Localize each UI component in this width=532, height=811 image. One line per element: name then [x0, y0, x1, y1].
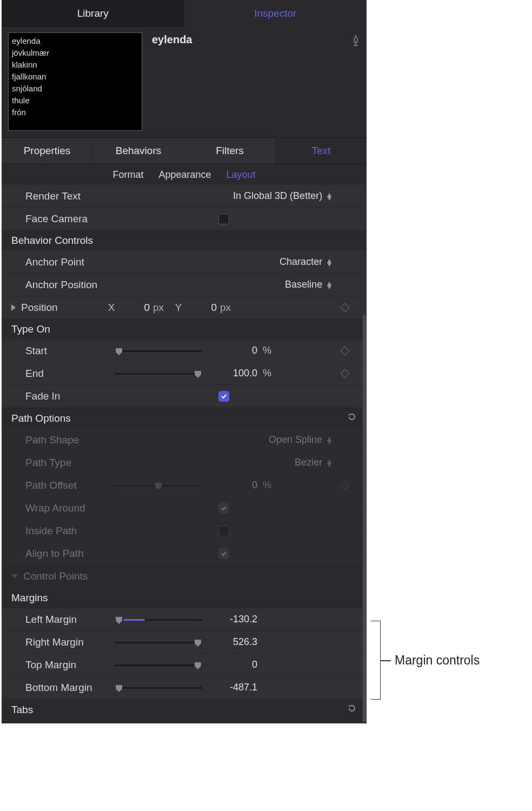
fade-in-checkbox[interactable] — [218, 391, 229, 402]
row-fade-in: Fade In — [2, 385, 367, 408]
position-x-unit: px — [150, 302, 169, 314]
row-anchor-position: Anchor Position Baseline ▲▼ — [2, 274, 367, 296]
anchor-point-value: Character — [280, 256, 322, 268]
end-slider[interactable] — [115, 368, 202, 379]
keyframe-icon[interactable] — [341, 346, 350, 355]
stepper-icon: ▲▼ — [325, 259, 333, 265]
stepper-icon: ▲▼ — [325, 460, 333, 466]
preview-line: frón — [12, 107, 138, 118]
row-path-type: Path Type Bezier ▲▼ — [2, 451, 367, 474]
top-tabs: Library Inspector — [2, 0, 367, 27]
preview-line: snjóland — [12, 83, 138, 95]
left-margin-slider[interactable] — [115, 614, 202, 625]
path-type-dropdown[interactable]: Bezier ▲▼ — [295, 457, 333, 468]
behavior-controls-header: Behavior Controls — [2, 230, 367, 251]
reset-icon[interactable] — [347, 412, 357, 424]
preview-line: fjallkonan — [12, 71, 138, 83]
type-on-title: Type On — [11, 323, 50, 335]
path-shape-value: Open Spline — [269, 434, 322, 446]
scrollbar[interactable] — [362, 315, 367, 722]
row-align-to-path: Align to Path — [2, 542, 367, 565]
top-margin-label: Top Margin — [25, 659, 115, 671]
reset-icon[interactable] — [347, 703, 357, 716]
path-shape-label: Path Shape — [25, 434, 115, 446]
position-y-label: Y — [169, 302, 188, 314]
fade-in-label: Fade In — [25, 390, 115, 402]
anchor-point-dropdown[interactable]: Character ▲▼ — [280, 256, 333, 268]
path-options-title: Path Options — [11, 413, 71, 424]
subtab-behaviors[interactable]: Behaviors — [93, 138, 184, 164]
row-bottom-margin: Bottom Margin -487.1 — [2, 676, 367, 699]
right-margin-value[interactable]: 526.3 — [208, 636, 257, 648]
keyframe-icon[interactable] — [341, 303, 350, 312]
tabs-section-header: Tabs — [2, 699, 367, 723]
path-offset-value[interactable]: 0 — [208, 480, 257, 491]
left-margin-label: Left Margin — [25, 614, 115, 626]
bottom-margin-value[interactable]: -487.1 — [208, 682, 257, 693]
pin-icon[interactable] — [344, 32, 360, 131]
tabs-section-title: Tabs — [11, 704, 33, 716]
inspector-panel: Library Inspector eylenda jövkulmær klak… — [2, 0, 367, 723]
keyframe-icon[interactable] — [341, 481, 350, 490]
anchor-position-label: Anchor Position — [25, 279, 115, 291]
row-path-shape: Path Shape Open Spline ▲▼ — [2, 429, 367, 451]
wrap-around-checkbox[interactable] — [218, 503, 229, 514]
tab-library[interactable]: Library — [2, 0, 184, 27]
bottom-margin-slider[interactable] — [115, 682, 202, 693]
row-face-camera: Face Camera — [2, 208, 367, 230]
end-value[interactable]: 100.0 — [208, 368, 257, 379]
object-title: eylenda — [152, 32, 334, 131]
row-inside-path: Inside Path — [2, 520, 367, 542]
position-x-value[interactable]: 0 — [121, 302, 150, 314]
callout-margin-controls: Margin controls — [371, 621, 480, 700]
face-camera-label: Face Camera — [25, 213, 115, 225]
start-slider[interactable] — [115, 345, 202, 356]
anchor-point-label: Anchor Point — [25, 256, 115, 268]
tab-inspector[interactable]: Inspector — [184, 0, 367, 27]
row-right-margin: Right Margin 526.3 — [2, 631, 367, 654]
subtab-filters[interactable]: Filters — [184, 138, 276, 164]
behavior-controls-title: Behavior Controls — [11, 235, 93, 247]
textsub-layout[interactable]: Layout — [227, 169, 256, 181]
top-margin-value[interactable]: 0 — [208, 659, 257, 670]
preview-line: jövkulmær — [12, 47, 138, 59]
subtab-properties[interactable]: Properties — [2, 138, 93, 164]
right-margin-slider[interactable] — [115, 637, 202, 648]
path-offset-unit: % — [263, 480, 278, 491]
left-margin-value[interactable]: -130.2 — [208, 614, 257, 625]
anchor-position-value: Baseline — [285, 279, 322, 290]
row-render-text: Render Text In Global 3D (Better) ▲▼ — [2, 185, 367, 208]
inside-path-checkbox[interactable] — [218, 526, 229, 536]
start-unit: % — [263, 345, 278, 356]
keyframe-icon[interactable] — [341, 369, 350, 378]
start-value[interactable]: 0 — [208, 345, 257, 356]
subtab-text[interactable]: Text — [276, 138, 367, 164]
path-offset-label: Path Offset — [25, 480, 115, 491]
end-unit: % — [263, 368, 278, 379]
path-offset-slider[interactable] — [115, 480, 202, 491]
textsub-appearance[interactable]: Appearance — [158, 169, 211, 181]
path-options-header: Path Options — [2, 408, 367, 429]
top-margin-slider[interactable] — [115, 660, 202, 670]
path-shape-dropdown[interactable]: Open Spline ▲▼ — [269, 434, 333, 446]
row-wrap-around: Wrap Around — [2, 497, 367, 520]
align-to-path-label: Align to Path — [25, 548, 115, 560]
position-y-value[interactable]: 0 — [188, 302, 217, 314]
row-position: Position X 0 px Y 0 px — [2, 296, 367, 319]
stepper-icon: ▲▼ — [325, 437, 333, 443]
margins-header: Margins — [2, 588, 367, 608]
row-end: End 100.0 % — [2, 362, 367, 385]
anchor-position-dropdown[interactable]: Baseline ▲▼ — [285, 279, 333, 290]
preview-area: eylenda jövkulmær klakinn fjallkonan snj… — [2, 27, 367, 137]
scrollbar-thumb[interactable] — [363, 315, 366, 722]
end-label: End — [25, 368, 115, 380]
align-to-path-checkbox[interactable] — [218, 548, 229, 559]
textsub-format[interactable]: Format — [112, 169, 143, 181]
face-camera-checkbox[interactable] — [218, 214, 229, 224]
render-text-dropdown[interactable]: In Global 3D (Better) ▲▼ — [233, 190, 333, 202]
disclosure-down-icon[interactable] — [11, 574, 18, 579]
bottom-margin-label: Bottom Margin — [25, 682, 115, 694]
stepper-icon: ▲▼ — [325, 282, 333, 288]
disclosure-right-icon[interactable] — [11, 304, 16, 311]
right-margin-label: Right Margin — [25, 636, 115, 648]
